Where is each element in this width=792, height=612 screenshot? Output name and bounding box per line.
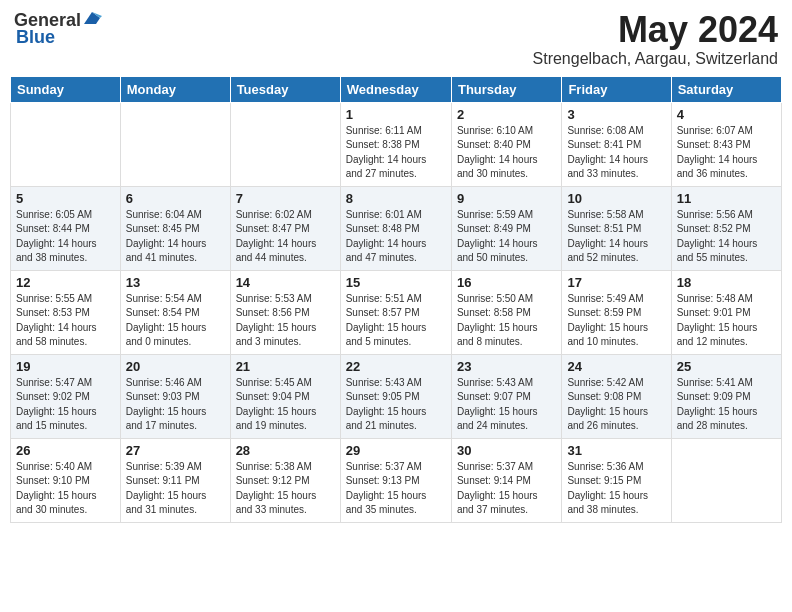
day-number: 27 (126, 443, 225, 458)
calendar-day-header: Saturday (671, 76, 781, 102)
day-info: Sunrise: 5:37 AM Sunset: 9:14 PM Dayligh… (457, 460, 556, 518)
day-info: Sunrise: 5:41 AM Sunset: 9:09 PM Dayligh… (677, 376, 776, 434)
day-info: Sunrise: 5:39 AM Sunset: 9:11 PM Dayligh… (126, 460, 225, 518)
day-number: 18 (677, 275, 776, 290)
day-number: 25 (677, 359, 776, 374)
calendar-week-row: 19Sunrise: 5:47 AM Sunset: 9:02 PM Dayli… (11, 354, 782, 438)
calendar-day-header: Monday (120, 76, 230, 102)
day-info: Sunrise: 5:37 AM Sunset: 9:13 PM Dayligh… (346, 460, 446, 518)
day-info: Sunrise: 5:40 AM Sunset: 9:10 PM Dayligh… (16, 460, 115, 518)
day-info: Sunrise: 5:43 AM Sunset: 9:07 PM Dayligh… (457, 376, 556, 434)
day-info: Sunrise: 6:04 AM Sunset: 8:45 PM Dayligh… (126, 208, 225, 266)
day-number: 31 (567, 443, 665, 458)
day-info: Sunrise: 6:02 AM Sunset: 8:47 PM Dayligh… (236, 208, 335, 266)
day-info: Sunrise: 6:01 AM Sunset: 8:48 PM Dayligh… (346, 208, 446, 266)
calendar-cell (120, 102, 230, 186)
day-number: 8 (346, 191, 446, 206)
calendar-cell: 21Sunrise: 5:45 AM Sunset: 9:04 PM Dayli… (230, 354, 340, 438)
day-number: 9 (457, 191, 556, 206)
calendar-cell (671, 438, 781, 522)
day-info: Sunrise: 5:42 AM Sunset: 9:08 PM Dayligh… (567, 376, 665, 434)
day-number: 23 (457, 359, 556, 374)
calendar-day-header: Tuesday (230, 76, 340, 102)
day-number: 16 (457, 275, 556, 290)
calendar-cell: 19Sunrise: 5:47 AM Sunset: 9:02 PM Dayli… (11, 354, 121, 438)
day-number: 7 (236, 191, 335, 206)
calendar-cell: 22Sunrise: 5:43 AM Sunset: 9:05 PM Dayli… (340, 354, 451, 438)
page-title: May 2024 (533, 10, 778, 50)
calendar-cell: 28Sunrise: 5:38 AM Sunset: 9:12 PM Dayli… (230, 438, 340, 522)
day-info: Sunrise: 5:51 AM Sunset: 8:57 PM Dayligh… (346, 292, 446, 350)
calendar-week-row: 5Sunrise: 6:05 AM Sunset: 8:44 PM Daylig… (11, 186, 782, 270)
day-info: Sunrise: 6:05 AM Sunset: 8:44 PM Dayligh… (16, 208, 115, 266)
day-number: 29 (346, 443, 446, 458)
calendar-cell: 25Sunrise: 5:41 AM Sunset: 9:09 PM Dayli… (671, 354, 781, 438)
day-info: Sunrise: 5:53 AM Sunset: 8:56 PM Dayligh… (236, 292, 335, 350)
day-info: Sunrise: 5:50 AM Sunset: 8:58 PM Dayligh… (457, 292, 556, 350)
day-info: Sunrise: 6:11 AM Sunset: 8:38 PM Dayligh… (346, 124, 446, 182)
day-info: Sunrise: 5:55 AM Sunset: 8:53 PM Dayligh… (16, 292, 115, 350)
day-number: 19 (16, 359, 115, 374)
day-info: Sunrise: 5:43 AM Sunset: 9:05 PM Dayligh… (346, 376, 446, 434)
calendar-week-row: 26Sunrise: 5:40 AM Sunset: 9:10 PM Dayli… (11, 438, 782, 522)
calendar-cell: 2Sunrise: 6:10 AM Sunset: 8:40 PM Daylig… (451, 102, 561, 186)
day-number: 10 (567, 191, 665, 206)
day-info: Sunrise: 5:58 AM Sunset: 8:51 PM Dayligh… (567, 208, 665, 266)
page-subtitle: Strengelbach, Aargau, Switzerland (533, 50, 778, 68)
calendar-table: SundayMondayTuesdayWednesdayThursdayFrid… (10, 76, 782, 523)
day-number: 2 (457, 107, 556, 122)
day-number: 21 (236, 359, 335, 374)
day-info: Sunrise: 5:49 AM Sunset: 8:59 PM Dayligh… (567, 292, 665, 350)
calendar-cell: 9Sunrise: 5:59 AM Sunset: 8:49 PM Daylig… (451, 186, 561, 270)
calendar-cell (230, 102, 340, 186)
calendar-cell: 13Sunrise: 5:54 AM Sunset: 8:54 PM Dayli… (120, 270, 230, 354)
calendar-cell: 8Sunrise: 6:01 AM Sunset: 8:48 PM Daylig… (340, 186, 451, 270)
day-number: 26 (16, 443, 115, 458)
day-number: 13 (126, 275, 225, 290)
day-number: 20 (126, 359, 225, 374)
day-info: Sunrise: 5:47 AM Sunset: 9:02 PM Dayligh… (16, 376, 115, 434)
day-number: 1 (346, 107, 446, 122)
day-info: Sunrise: 6:10 AM Sunset: 8:40 PM Dayligh… (457, 124, 556, 182)
day-info: Sunrise: 5:36 AM Sunset: 9:15 PM Dayligh… (567, 460, 665, 518)
day-number: 5 (16, 191, 115, 206)
calendar-cell: 29Sunrise: 5:37 AM Sunset: 9:13 PM Dayli… (340, 438, 451, 522)
calendar-cell: 26Sunrise: 5:40 AM Sunset: 9:10 PM Dayli… (11, 438, 121, 522)
day-info: Sunrise: 5:45 AM Sunset: 9:04 PM Dayligh… (236, 376, 335, 434)
calendar-week-row: 12Sunrise: 5:55 AM Sunset: 8:53 PM Dayli… (11, 270, 782, 354)
day-number: 17 (567, 275, 665, 290)
logo: General Blue (14, 10, 102, 48)
calendar-day-header: Thursday (451, 76, 561, 102)
day-number: 15 (346, 275, 446, 290)
calendar-cell: 7Sunrise: 6:02 AM Sunset: 8:47 PM Daylig… (230, 186, 340, 270)
day-number: 12 (16, 275, 115, 290)
calendar-cell: 15Sunrise: 5:51 AM Sunset: 8:57 PM Dayli… (340, 270, 451, 354)
calendar-cell: 20Sunrise: 5:46 AM Sunset: 9:03 PM Dayli… (120, 354, 230, 438)
day-number: 3 (567, 107, 665, 122)
day-info: Sunrise: 5:54 AM Sunset: 8:54 PM Dayligh… (126, 292, 225, 350)
logo-icon (82, 10, 102, 26)
calendar-cell: 10Sunrise: 5:58 AM Sunset: 8:51 PM Dayli… (562, 186, 671, 270)
calendar-cell: 16Sunrise: 5:50 AM Sunset: 8:58 PM Dayli… (451, 270, 561, 354)
calendar-cell: 14Sunrise: 5:53 AM Sunset: 8:56 PM Dayli… (230, 270, 340, 354)
day-number: 30 (457, 443, 556, 458)
calendar-cell: 12Sunrise: 5:55 AM Sunset: 8:53 PM Dayli… (11, 270, 121, 354)
day-info: Sunrise: 6:07 AM Sunset: 8:43 PM Dayligh… (677, 124, 776, 182)
svg-marker-0 (84, 12, 100, 24)
day-info: Sunrise: 6:08 AM Sunset: 8:41 PM Dayligh… (567, 124, 665, 182)
calendar-day-header: Sunday (11, 76, 121, 102)
calendar-day-header: Friday (562, 76, 671, 102)
day-info: Sunrise: 5:48 AM Sunset: 9:01 PM Dayligh… (677, 292, 776, 350)
calendar-cell: 3Sunrise: 6:08 AM Sunset: 8:41 PM Daylig… (562, 102, 671, 186)
page-header: General Blue May 2024 Strengelbach, Aarg… (10, 10, 782, 68)
calendar-cell: 17Sunrise: 5:49 AM Sunset: 8:59 PM Dayli… (562, 270, 671, 354)
calendar-week-row: 1Sunrise: 6:11 AM Sunset: 8:38 PM Daylig… (11, 102, 782, 186)
day-number: 11 (677, 191, 776, 206)
day-info: Sunrise: 5:46 AM Sunset: 9:03 PM Dayligh… (126, 376, 225, 434)
day-number: 22 (346, 359, 446, 374)
day-number: 4 (677, 107, 776, 122)
title-block: May 2024 Strengelbach, Aargau, Switzerla… (533, 10, 778, 68)
day-number: 24 (567, 359, 665, 374)
calendar-cell: 5Sunrise: 6:05 AM Sunset: 8:44 PM Daylig… (11, 186, 121, 270)
day-number: 6 (126, 191, 225, 206)
